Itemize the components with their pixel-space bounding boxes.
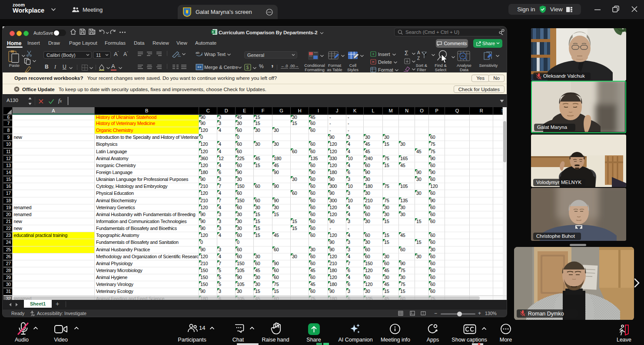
svg-text:ab: ab [196, 51, 199, 55]
svg-text:Volodymyr MELNYK: Volodymyr MELNYK [536, 180, 582, 185]
svg-text:Oleksandr Valchuk: Oleksandr Valchuk [543, 73, 585, 79]
svg-text:Z: Z [417, 56, 420, 61]
svg-text:Roman Dymko: Roman Dymko [528, 311, 564, 317]
svg-text:A: A [417, 50, 420, 55]
svg-text:Galat Maryna: Galat Maryna [537, 125, 568, 130]
svg-text:Christophe Buhot: Christophe Buhot [536, 233, 575, 239]
svg-text:$: $ [246, 65, 249, 70]
